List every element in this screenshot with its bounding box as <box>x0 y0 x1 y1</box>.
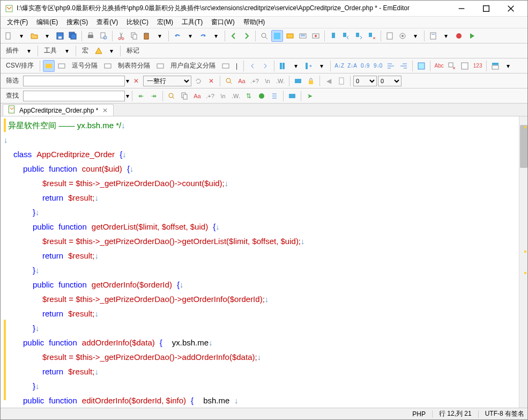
menu-help[interactable]: 帮助(H) <box>239 17 270 28</box>
col-right-button[interactable] <box>259 60 271 72</box>
dropdown-icon[interactable]: ▾ <box>440 30 452 42</box>
redo-button[interactable] <box>197 30 209 42</box>
find-next-all-button[interactable]: ↠ <box>148 90 160 102</box>
paste-button[interactable] <box>141 30 153 42</box>
find-prev-all-button[interactable]: ↞ <box>135 90 147 102</box>
undo-button[interactable] <box>172 30 183 42</box>
freeze-button[interactable] <box>415 60 427 72</box>
save-button[interactable] <box>54 30 66 42</box>
align-left-button[interactable] <box>385 60 397 72</box>
abc-button[interactable]: Abc <box>433 60 445 72</box>
filter-scope-combo[interactable]: 一整行 <box>143 76 191 86</box>
open-button[interactable] <box>28 30 40 42</box>
wrap-button[interactable] <box>297 30 309 42</box>
dropdown-icon[interactable]: ▾ <box>61 45 73 57</box>
dropdown-icon[interactable]: ▾ <box>184 30 196 42</box>
menu-search[interactable]: 搜索(S) <box>62 17 92 28</box>
cell-button[interactable] <box>220 60 232 72</box>
cancel-button[interactable]: ✕ <box>205 75 217 87</box>
menu-window[interactable]: 窗口(W) <box>207 17 239 28</box>
print-button[interactable] <box>85 30 96 42</box>
properties-button[interactable] <box>427 30 439 42</box>
sort-az-button[interactable]: A↓Z <box>333 60 345 72</box>
save-all-button[interactable] <box>67 30 79 42</box>
col-move-button[interactable] <box>303 60 315 72</box>
forward-button[interactable] <box>241 30 252 42</box>
find-escape-button[interactable]: \n <box>217 90 229 102</box>
filter-clear-button[interactable]: ✕ <box>130 75 142 87</box>
menu-file[interactable]: 文件(F) <box>3 17 32 28</box>
tab-close-button[interactable]: ✕ <box>101 107 109 114</box>
menu-tools[interactable]: 工具(T) <box>177 17 207 28</box>
cut-button[interactable] <box>115 30 127 42</box>
macro-warning-icon[interactable] <box>93 45 105 57</box>
lock-button[interactable] <box>305 75 317 87</box>
copy-button[interactable] <box>128 30 140 42</box>
menu-macro[interactable]: 宏(M) <box>153 17 177 28</box>
dropdown-icon[interactable]: ▾ <box>502 60 514 72</box>
large-file-button[interactable] <box>384 30 396 42</box>
find-in-filter-button[interactable] <box>223 75 235 87</box>
doc-button[interactable] <box>336 75 347 87</box>
maximize-button[interactable] <box>474 1 499 17</box>
dropdown-icon[interactable]: ▾ <box>106 45 117 57</box>
filter-num1-combo[interactable]: 0 <box>353 76 377 86</box>
word-button[interactable]: .W. <box>274 75 286 87</box>
tab-sep-button[interactable] <box>102 60 114 72</box>
dropdown-icon[interactable]: ▾ <box>126 92 129 100</box>
find-input[interactable] <box>23 91 125 101</box>
scrollbar-thumb[interactable] <box>520 125 527 168</box>
sort-za-button[interactable]: Z↓A <box>346 60 358 72</box>
bookmark-next-button[interactable] <box>353 30 365 42</box>
menu-edit[interactable]: 编辑(E) <box>32 17 62 28</box>
code-editor[interactable]: 异星软件空间 —— yx.bsh.me */↓ ↓ class AppCredi… <box>1 116 519 408</box>
sort-desc-button[interactable]: 9↓0 <box>372 60 384 72</box>
back-button[interactable] <box>228 30 240 42</box>
find-wrap-button[interactable]: ⇅ <box>243 90 255 102</box>
find-case-button[interactable]: Aa <box>191 90 203 102</box>
play-button[interactable] <box>466 30 478 42</box>
find-word-button[interactable]: .W. <box>230 90 242 102</box>
vertical-scrollbar[interactable] <box>519 116 527 408</box>
left-arrow-button[interactable]: ◀ <box>323 75 334 87</box>
bookmark-prev-button[interactable] <box>340 30 352 42</box>
comma-sep-button[interactable] <box>56 60 68 72</box>
col-left-button[interactable] <box>247 60 258 72</box>
dropdown-icon[interactable]: ▾ <box>23 45 35 57</box>
convert-button[interactable] <box>459 60 471 72</box>
refresh-button[interactable] <box>192 75 204 87</box>
filter-num2-combo[interactable]: 0 <box>378 76 401 86</box>
num-button[interactable]: 123 <box>472 60 484 72</box>
record-button[interactable] <box>453 30 465 42</box>
menu-compare[interactable]: 比较(C) <box>122 17 153 28</box>
highlight-button[interactable] <box>271 30 283 42</box>
bookmark-clear-button[interactable] <box>366 30 378 42</box>
dropdown-icon[interactable]: ▾ <box>16 30 27 42</box>
panel-button[interactable] <box>284 30 296 42</box>
find-list-button[interactable] <box>269 90 280 102</box>
sort-asc-button[interactable]: 0↓9 <box>359 60 371 72</box>
find-highlight-button[interactable] <box>256 90 267 102</box>
search-button[interactable] <box>258 30 270 42</box>
minimize-button[interactable] <box>449 1 474 17</box>
user-sep-button[interactable] <box>154 60 166 72</box>
find-regex-button[interactable]: .+? <box>204 90 216 102</box>
bookmark-button[interactable] <box>328 30 339 42</box>
find-search-button[interactable] <box>166 90 177 102</box>
find-select-button[interactable] <box>286 90 298 102</box>
escape-button[interactable]: \n <box>262 75 273 87</box>
filter-input[interactable] <box>23 76 125 86</box>
dropdown-icon[interactable]: ▾ <box>41 30 53 42</box>
close-button[interactable] <box>499 1 523 17</box>
align-right-button[interactable] <box>398 60 410 72</box>
heading-button[interactable] <box>489 60 501 72</box>
dropdown-icon[interactable]: ▾ <box>154 30 166 42</box>
new-file-button[interactable] <box>3 30 14 42</box>
columns-button[interactable] <box>277 60 289 72</box>
config-button[interactable] <box>310 30 322 42</box>
case-button[interactable]: Aa <box>236 75 248 87</box>
dropdown-icon[interactable]: ▾ <box>126 77 129 85</box>
regex-button[interactable]: .+? <box>249 75 261 87</box>
print-preview-button[interactable] <box>98 30 109 42</box>
dropdown-icon[interactable]: ▾ <box>410 30 421 42</box>
